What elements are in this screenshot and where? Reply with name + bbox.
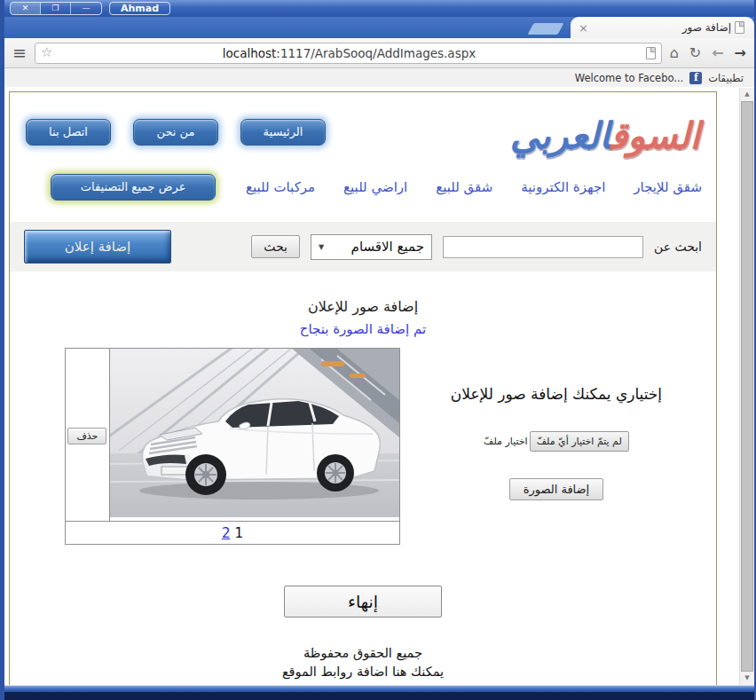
tab-close-icon[interactable]: ×: [579, 22, 588, 34]
window-titlebar: ✕ ❐ — Ahmad: [4, 0, 754, 17]
page-viewport: السوقالعربي الرئيسية من نحن اتصل بنا شقق…: [4, 88, 754, 685]
footer-line-1: جميع الحقوق محفوظة: [10, 644, 716, 663]
category-link-electronics[interactable]: اجهزة الكترونية: [521, 179, 605, 195]
window-bottom-frame: [4, 685, 754, 700]
window-minimize-icon[interactable]: —: [71, 3, 101, 14]
table-row: حذف: [66, 349, 400, 522]
images-table: حذف: [65, 348, 400, 545]
site-page: السوقالعربي الرئيسية من نحن اتصل بنا شقق…: [9, 91, 717, 685]
profile-name-button[interactable]: Ahmad: [109, 2, 170, 15]
image-cell: [109, 349, 399, 522]
delete-button[interactable]: حذف: [67, 428, 106, 444]
page-favicon: [735, 21, 744, 34]
category-link-sale-apartments[interactable]: شقق للبيع: [436, 179, 492, 195]
upload-heading: إضافة صور للإعلان: [10, 298, 716, 315]
url-host: localhost: [223, 46, 277, 60]
category-link-rent-apartments[interactable]: شقق للإيجار: [634, 179, 702, 195]
reload-icon[interactable]: ↻: [689, 44, 701, 61]
site-footer: جميع الحقوق محفوظة يمكنك هنا اضافة روابط…: [10, 644, 716, 681]
vertical-scrollbar[interactable]: ▲ ▼: [739, 88, 754, 685]
scroll-up-icon[interactable]: ▲: [740, 88, 754, 101]
menu-icon[interactable]: ≡: [12, 44, 27, 61]
choose-file-label: اختيار ملفّ: [484, 436, 528, 447]
footer-line-2: يمكنك هنا اضافة روابط الموقع: [10, 663, 716, 681]
window-maximize-icon[interactable]: ❐: [41, 3, 71, 14]
search-input[interactable]: [443, 236, 643, 258]
new-tab-button[interactable]: [528, 23, 564, 35]
bookmark-facebook[interactable]: Welcome to Facebo...: [575, 72, 684, 84]
chevron-down-icon: ▼: [319, 243, 324, 251]
upload-panel: إختياري يمكنك إضافة صور للإعلان اختيار م…: [400, 348, 713, 545]
address-bar[interactable]: ☆ localhost:1117/ArabSooq/AddImages.aspx: [35, 43, 662, 64]
upload-success-message: تم إضافة الصورة بنجاح: [10, 321, 716, 337]
site-logo[interactable]: السوقالعربي: [523, 105, 700, 167]
category-select-value: جميع الاقسام: [351, 239, 424, 255]
logo-text-blue: العربي: [510, 114, 610, 157]
all-categories-button[interactable]: عرض جميع التصنيفات: [51, 174, 216, 201]
optional-note: إختياري يمكنك إضافة صور للإعلان: [400, 385, 713, 403]
category-link-land[interactable]: اراضي للبيع: [343, 179, 407, 195]
tab-title: إضافة صور: [588, 21, 731, 34]
add-image-button[interactable]: إضافة الصورة: [509, 478, 604, 500]
facebook-icon[interactable]: f: [689, 72, 702, 84]
back-icon[interactable]: ←: [712, 44, 723, 61]
menu-button-contact[interactable]: اتصل بنا: [26, 119, 111, 146]
pagination: 21: [66, 522, 400, 545]
upload-section: إضافة صور للإعلان تم إضافة الصورة بنجاح …: [10, 298, 716, 681]
window-controls: ✕ ❐ —: [10, 2, 102, 15]
scrollbar-thumb[interactable]: [741, 101, 753, 672]
url-path: :1117/ArabSooq/AddImages.aspx: [276, 46, 476, 60]
pager-current-1: 1: [234, 525, 243, 541]
bookmarks-bar: Welcome to Facebo... f تطبيقات: [4, 68, 754, 87]
images-table-wrap: حذف: [65, 348, 400, 545]
upload-row: إختياري يمكنك إضافة صور للإعلان اختيار م…: [10, 348, 716, 545]
browser-window: ✕ ❐ — Ahmad × إضافة صور ≡ ☆ localhost:11…: [0, 0, 756, 700]
window-close-icon[interactable]: ✕: [11, 3, 41, 14]
forward-icon[interactable]: →: [735, 44, 746, 61]
search-label: ابحث عن: [654, 240, 702, 254]
file-input: اختيار ملفّ لم يتمّ اختيار أيّ ملفّ: [400, 431, 713, 452]
car-photo: [110, 349, 399, 517]
page-icon[interactable]: [646, 47, 656, 59]
finish-button[interactable]: إنهاء: [284, 586, 442, 617]
category-nav: شقق للإيجار اجهزة الكترونية شقق للبيع ار…: [10, 174, 716, 201]
bookmark-star-icon[interactable]: ☆: [41, 46, 52, 59]
pager-link-2[interactable]: 2: [222, 525, 231, 541]
file-status-button[interactable]: لم يتمّ اختيار أيّ ملفّ: [530, 431, 629, 452]
tab-strip: × إضافة صور: [4, 17, 754, 38]
logo-text-red: السوق: [610, 114, 700, 157]
home-icon[interactable]: ⌂: [670, 44, 679, 61]
search-strip: ابحث عن جميع الاقسام ▼ بحث إضافة إعلان: [10, 222, 716, 271]
scroll-down-icon[interactable]: ▼: [740, 672, 754, 685]
site-header: السوقالعربي الرئيسية من نحن اتصل بنا: [10, 105, 716, 167]
bookmark-apps[interactable]: تطبيقات: [708, 72, 744, 84]
category-link-vehicles[interactable]: مركبات للبيع: [246, 179, 315, 195]
pager-row: 21: [66, 522, 400, 545]
delete-cell: حذف: [66, 349, 110, 522]
url-text[interactable]: localhost:1117/ArabSooq/AddImages.aspx: [58, 46, 640, 60]
menu-button-home[interactable]: الرئيسية: [240, 119, 326, 146]
tab-add-images[interactable]: × إضافة صور: [571, 17, 754, 38]
browser-toolbar: ≡ ☆ localhost:1117/ArabSooq/AddImages.as…: [4, 38, 754, 68]
category-select[interactable]: جميع الاقسام ▼: [311, 234, 432, 260]
search-button[interactable]: بحث: [251, 235, 300, 258]
browser-nav-icons: ⌂ ↻ ← →: [670, 44, 746, 61]
menu-button-about[interactable]: من نحن: [133, 119, 218, 146]
add-ad-button[interactable]: إضافة إعلان: [24, 230, 171, 263]
